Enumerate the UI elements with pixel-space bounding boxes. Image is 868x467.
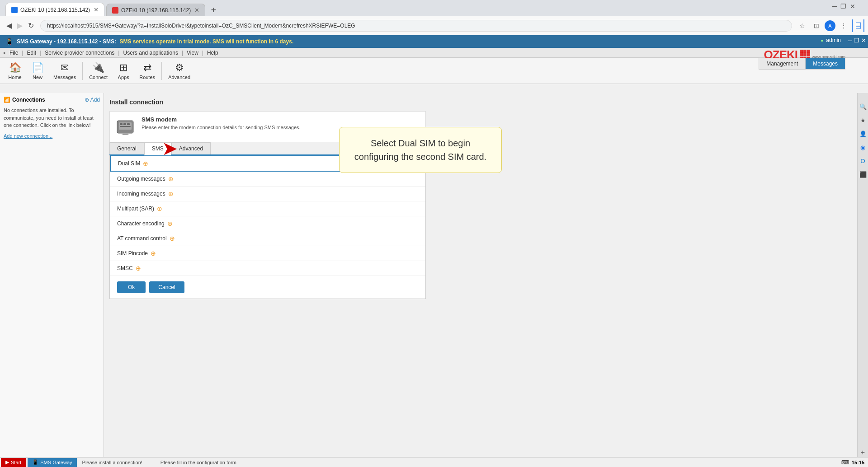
toolbar-advanced-btn[interactable]: ⚙ Advanced [164,60,195,82]
menu-item-help[interactable]: Help [204,49,221,57]
forward-button[interactable]: ▶ [14,19,25,32]
toolbar-new-btn[interactable]: 📄 New [26,60,49,82]
rs-star-icon[interactable]: ★ [859,116,868,125]
form-item-incoming[interactable]: Incoming messages ⊕ [110,187,425,201]
toolbar-apps-btn[interactable]: ⊞ Apps [112,60,135,82]
messages-icon: ✉ [61,62,69,74]
modem-svg [115,117,135,137]
start-icon: ▶ [5,459,9,465]
address-url: https://localhost:9515/SMS+Gateway/?a=In… [47,23,355,29]
add-connection-link[interactable]: Add new connection... [4,133,52,139]
reload-button[interactable]: ↻ [25,19,37,32]
menu-item-view[interactable]: View [184,49,201,57]
bookmark-icon[interactable]: ☆ [796,19,808,32]
rs-circle-icon[interactable]: ◉ [859,143,868,152]
tab-close-2[interactable]: ✕ [194,7,199,14]
ok-button[interactable]: Ok [117,281,146,293]
toolbar-separator-1 [82,62,83,80]
svg-rect-6 [123,133,128,135]
toolbar-home-btn[interactable]: 🏠 Home [4,60,26,82]
rs-outlook-icon[interactable]: O [859,156,868,165]
svg-rect-3 [123,123,126,125]
svg-rect-2 [120,123,123,125]
rs-green-icon[interactable]: ⬛ [859,170,868,179]
content-area: Install connection SMS modem Please ente… [104,93,857,457]
admin-label: admin [826,37,841,43]
management-button[interactable]: Management [759,58,805,70]
menu-item-edit[interactable]: Edit [24,49,39,57]
close-btn[interactable]: ✕ [850,3,855,10]
tab-favicon-2 [112,7,118,14]
nav-bar: ◀ ▶ ↻ https://localhost:9515/SMS+Gateway… [0,16,868,35]
status-time: 15:15 [852,460,864,465]
sim-pincode-expand-icon[interactable]: ⊕ [151,250,156,257]
menu-item-service[interactable]: Service provider connections [42,49,117,57]
toolbar-messages-btn[interactable]: ✉ Messages [49,60,80,82]
menu-separator-4: | [182,50,183,56]
form-item-character[interactable]: Character encoding ⊕ [110,216,425,231]
toolbar-connect-btn[interactable]: 🔌 Connect [85,60,112,82]
start-button[interactable]: ▶ Start [1,458,26,467]
form-item-multipart[interactable]: Multipart (SAR) ⊕ [110,201,425,216]
smsc-expand-icon[interactable]: ⊕ [136,265,141,272]
home-icon: 🏠 [9,62,21,74]
dual-sim-expand-icon[interactable]: ⊕ [143,160,148,167]
advanced-icon: ⚙ [175,62,184,74]
back-button[interactable]: ◀ [4,19,14,32]
menu-icon[interactable]: ⋮ [837,19,850,32]
outgoing-expand-icon[interactable]: ⊕ [168,175,174,182]
form-item-outgoing[interactable]: Outgoing messages ⊕ [110,172,425,187]
modem-title: SMS modem [142,116,301,123]
red-arrow: ➤ [162,139,178,158]
rs-search-icon[interactable]: 🔍 [859,102,868,111]
callout-tooltip: Select Dual SIM to begin configuring the… [339,127,502,173]
multipart-expand-icon[interactable]: ⊕ [157,205,162,212]
app-close-btn[interactable]: ✕ [861,37,866,44]
svg-rect-4 [127,123,130,125]
extension-icon[interactable]: ⊡ [810,19,823,32]
address-bar[interactable]: https://localhost:9515/SMS+Gateway/?a=In… [40,20,792,32]
browser-tab-1[interactable]: OZEKI 10 (192.168.115.142) ✕ [5,3,104,16]
menu-separator-3: | [118,50,119,56]
menu-separator-5: | [202,50,203,56]
sidebar-add-button[interactable]: ⊕ Add [85,97,100,103]
tab-close-1[interactable]: ✕ [94,6,99,13]
form-item-smsc[interactable]: SMSC ⊕ [110,261,425,276]
toolbar-routes-btn[interactable]: ⇄ Routes [135,60,160,82]
profile-icon[interactable]: A [825,20,835,31]
messages-button[interactable]: Messages [805,58,845,70]
keyboard-icon: ⌨ [841,459,849,466]
character-expand-icon[interactable]: ⊕ [167,220,173,227]
incoming-expand-icon[interactable]: ⊕ [168,190,174,197]
menu-item-file[interactable]: File [7,49,21,57]
status-left-message: Please install a connection! [77,460,142,465]
app-minimize-btn[interactable]: ─ [848,37,852,44]
at-command-expand-icon[interactable]: ⊕ [170,235,175,242]
form-content: Dual SIM ⊕ Outgoing messages ⊕ Incoming … [109,155,426,299]
app-maximize-btn[interactable]: ❐ [854,37,859,44]
section-title: Install connection [109,98,852,106]
right-sidebar-icon[interactable]: ⌸ [852,19,864,32]
menu-separator-2: | [40,50,41,56]
form-item-sim-pincode[interactable]: SIM Pincode ⊕ [110,246,425,261]
browser-tab-2[interactable]: OZEKI 10 (192.168.115.142) ✕ [106,4,205,16]
minimize-btn[interactable]: ─ [832,3,837,10]
status-right-message: Please fill in the configuration form [160,460,236,465]
cancel-button[interactable]: Cancel [149,281,184,293]
menu-bar: ▸ File | Edit | Service provider connect… [0,48,868,58]
app-logo-icon: 📱 [5,38,13,45]
form-buttons: Ok Cancel [110,276,425,299]
menu-item-users[interactable]: Users and applications [120,49,180,57]
right-panel-buttons: Management Messages [759,58,845,70]
svg-rect-5 [120,126,131,127]
sidebar-message: No connections are installed. To communi… [4,107,100,129]
sms-gateway-icon: 📱 [32,459,38,465]
rs-plus-icon[interactable]: + [859,448,868,457]
sms-gateway-button[interactable]: 📱 SMS Gateway [28,458,76,467]
status-bar: ▶ Start 📱 SMS Gateway Please install a c… [0,457,868,467]
maximize-btn[interactable]: ❐ [840,3,846,10]
new-tab-button[interactable]: + [207,4,220,16]
form-item-at-command[interactable]: AT command control ⊕ [110,231,425,246]
tab-general[interactable]: General [109,142,144,154]
rs-person-icon[interactable]: 👤 [859,129,868,138]
